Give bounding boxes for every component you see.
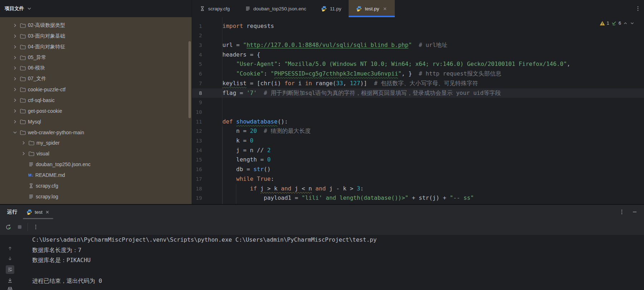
tab-douban-top250-json-enc[interactable]: douban_top250.json.enc (237, 0, 314, 17)
tree-item[interactable]: cookie-puzzle-ctf (0, 84, 192, 95)
tree-item[interactable]: ctf-sql-basic (0, 95, 192, 106)
code-editor[interactable]: 12345678910111213141516171819 import req… (192, 17, 644, 204)
chevron-right-icon[interactable] (12, 119, 18, 125)
gutter-line-number: 10 (192, 107, 202, 117)
arrow-down-icon[interactable] (6, 254, 14, 263)
gutter-line-number: 11 (192, 117, 202, 127)
rerun-icon[interactable] (5, 224, 12, 231)
tree-item[interactable]: M↓README.md (0, 170, 192, 180)
run-console[interactable]: C:\Users\admin\PyCharmMiscProject\.venv\… (0, 235, 644, 290)
close-icon[interactable] (45, 210, 50, 214)
stop-icon[interactable] (17, 224, 23, 230)
tree-item[interactable]: web-crawler-python-main (0, 127, 192, 138)
chevron-down-icon[interactable] (26, 6, 32, 11)
chevron-right-icon[interactable] (12, 44, 18, 50)
tab-scrapy-cfg[interactable]: scrapy.cfg (192, 0, 237, 17)
run-header-actions (619, 209, 638, 215)
scroll-end-icon[interactable] (6, 276, 14, 285)
folder-icon (20, 44, 26, 50)
tab-test-py[interactable]: test.py (349, 0, 395, 17)
soft-wrap-icon[interactable] (6, 265, 14, 274)
tree-item-label: Mysql (28, 119, 41, 125)
tree-item[interactable]: Mysql (0, 116, 192, 127)
print-icon[interactable] (6, 285, 14, 290)
chevron-right-icon[interactable] (21, 140, 26, 146)
chevron-right-icon[interactable] (21, 151, 26, 156)
tree-item[interactable]: scrapy.cfg (0, 180, 192, 191)
tree-item-label: 03-面向对象基础 (28, 33, 65, 39)
tree-item[interactable]: 07_文件 (0, 73, 192, 84)
code-line-14: j = n // 2 (222, 146, 271, 155)
run-toolbar (0, 219, 644, 235)
tree-item-partial[interactable] (0, 17, 192, 20)
tree-item[interactable]: scrapy.log (0, 191, 192, 202)
chevron-right-icon[interactable] (12, 23, 18, 28)
code-line-6: "Cookie": "PHPSESSID=cg5g7cthhpk3c1muec3… (222, 69, 501, 79)
tree-item[interactable]: get-post-cookie (0, 106, 192, 116)
folder-icon (20, 22, 26, 29)
close-icon[interactable] (383, 6, 387, 11)
tree-item[interactable]: my_spider (0, 137, 192, 148)
minimize-icon[interactable] (632, 209, 638, 215)
tab-label: 11.py (330, 6, 341, 11)
folder-icon (20, 65, 26, 71)
more-options-icon[interactable] (619, 209, 625, 215)
project-scrollbar-thumb[interactable] (188, 41, 191, 118)
file-cfg-icon (28, 183, 34, 189)
chevron-right-icon[interactable] (12, 76, 18, 82)
tree-item-label: 04-面向对象特征 (28, 44, 65, 50)
chevron-right-icon[interactable] (12, 65, 18, 71)
chevron-right-icon[interactable] (12, 17, 18, 18)
folder-icon (28, 140, 35, 146)
warning-icon (600, 21, 605, 26)
more-options-icon[interactable] (33, 224, 39, 230)
code-line-4: headers = { (222, 50, 260, 60)
warning-count: 1 (607, 20, 609, 26)
tab-11-py[interactable]: 11.py (314, 0, 349, 17)
gutter-line-number: 7 (192, 79, 202, 88)
prev-problem-icon[interactable] (623, 21, 628, 26)
file-text-icon (28, 194, 34, 199)
inspections-widget[interactable]: 1 6 (600, 20, 635, 26)
chevron-right-icon[interactable] (12, 55, 18, 61)
arrow-up-icon[interactable] (6, 244, 14, 253)
folder-icon (20, 97, 26, 103)
toolbar-separator (28, 223, 28, 231)
top-bar: 项目文件 scrapy.cfgdouban_top250.json.enc11.… (0, 0, 644, 17)
code-line-5: "User-Agent": "Mozilla/5.0 (Windows NT 1… (222, 59, 570, 69)
tree-item[interactable]: douban_top250.json.enc (0, 159, 192, 170)
folder-icon (20, 108, 26, 114)
tree-item-label: cookie-puzzle-ctf (28, 87, 65, 92)
code-line-8: flag = '7' # 用于判断附加sql语句为真的字符，根据网页回显填写，登… (222, 88, 501, 98)
chevron-right-icon[interactable] (12, 87, 18, 92)
run-tool-window: 运行 test (0, 205, 644, 290)
tree-item[interactable]: 02-高级数据类型 (0, 20, 192, 31)
file-text-icon (245, 6, 251, 11)
chevron-right-icon[interactable] (12, 33, 18, 39)
chevron-right-icon[interactable] (12, 108, 18, 114)
gutter-line-number: 17 (192, 174, 202, 184)
project-tree-panel: 02-高级数据类型03-面向对象基础04-面向对象特征05_异常06-模块07_… (0, 17, 192, 204)
file-text-icon (28, 161, 34, 167)
tree-item-label: visual (36, 151, 49, 156)
tab-label: douban_top250.json.enc (254, 6, 306, 11)
tree-item[interactable]: 04-面向对象特征 (0, 42, 192, 52)
code-line-17: while True: (222, 174, 274, 184)
code-line-1: import requests (222, 21, 274, 31)
chevron-right-icon[interactable] (12, 97, 18, 103)
tree-item[interactable]: 06-模块 (0, 63, 192, 73)
tree-item[interactable]: 03-面向对象基础 (0, 31, 192, 42)
editor-tab-bar: scrapy.cfgdouban_top250.json.enc11.pytes… (192, 0, 630, 17)
tree-item[interactable]: visual (0, 148, 192, 159)
tree-item[interactable]: 05_异常 (0, 52, 192, 63)
folder-icon (20, 33, 26, 39)
run-header: 运行 test (0, 205, 644, 219)
pycharm-window: 项目文件 scrapy.cfgdouban_top250.json.enc11.… (0, 0, 644, 290)
next-problem-icon[interactable] (630, 21, 635, 26)
run-tab-test[interactable]: test (23, 205, 53, 219)
chevron-down-icon[interactable] (12, 130, 18, 135)
project-tool-window-header[interactable]: 项目文件 (0, 0, 192, 17)
more-options-icon[interactable] (635, 6, 641, 11)
console-line: 进程已结束，退出代码为 0 (32, 276, 644, 286)
folder-icon (28, 150, 35, 157)
